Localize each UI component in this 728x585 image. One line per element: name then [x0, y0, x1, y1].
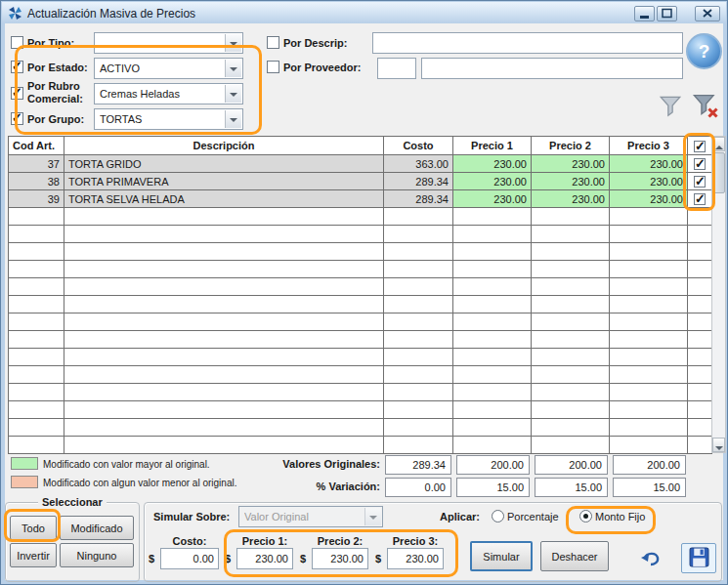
column-header[interactable]: Precio 3 [610, 137, 688, 155]
costo-field-label: Costo: [160, 535, 219, 547]
modificado-button[interactable]: Modificado [60, 516, 134, 540]
scroll-up-icon[interactable] [712, 137, 725, 151]
porcentaje-radio-label[interactable]: Porcentaje [507, 511, 559, 522]
cell[interactable]: 230.00 [453, 155, 532, 173]
cell [688, 296, 712, 313]
deshacer-button[interactable]: Deshacer [540, 541, 609, 571]
column-header[interactable]: Precio 1 [453, 137, 532, 155]
cell [453, 278, 532, 296]
clear-filter-icon[interactable] [691, 91, 720, 122]
valores-originales-label: Valores Originales: [216, 458, 380, 470]
chevron-down-icon[interactable] [225, 34, 241, 52]
cell [610, 384, 688, 401]
cell [688, 155, 712, 173]
monto-fijo-radio-label[interactable]: Monto Fijo [595, 511, 645, 522]
original-precio3-value: 200.00 [613, 455, 686, 475]
tipo-dropdown[interactable] [94, 32, 243, 54]
ninguno-button[interactable]: Ninguno [60, 543, 134, 567]
cell[interactable]: 39 [9, 190, 64, 208]
cell[interactable]: TORTA GRIDO [64, 155, 384, 173]
cell[interactable]: 363.00 [384, 155, 453, 173]
rubro-dropdown-value: Cremas Heladas [100, 88, 224, 100]
table-row[interactable]: 38TORTA PRIMAVERA289.34230.00230.00230.0… [9, 173, 712, 190]
minimize-button[interactable] [634, 6, 655, 21]
cell [453, 261, 532, 278]
table-row[interactable]: 39TORTA SELVA HELADA289.34230.00230.0023… [9, 190, 712, 208]
scroll-down-icon[interactable] [712, 438, 725, 452]
cell [453, 401, 532, 419]
precio2-input[interactable] [312, 548, 368, 569]
porcentaje-radio[interactable] [492, 510, 504, 522]
variacion-costo-value: 0.00 [385, 478, 451, 497]
help-button[interactable]: ? [686, 33, 722, 69]
cell[interactable]: 230.00 [532, 190, 610, 208]
row-checkbox[interactable] [694, 158, 706, 170]
cell[interactable]: 230.00 [610, 173, 688, 190]
table-row-empty [9, 261, 712, 278]
costo-input[interactable] [160, 548, 219, 569]
proveedor-code-input[interactable] [377, 58, 416, 79]
por-rubro-checkbox[interactable] [11, 87, 23, 100]
chevron-down-icon[interactable] [225, 110, 241, 128]
cell[interactable]: 289.34 [384, 190, 453, 208]
descrip-input[interactable] [372, 32, 683, 54]
cell[interactable]: 289.34 [384, 173, 453, 190]
estado-dropdown[interactable]: ACTIVO [94, 58, 243, 79]
todo-button[interactable]: Todo [10, 516, 57, 540]
cell[interactable]: TORTA SELVA HELADA [64, 190, 384, 208]
cell[interactable]: 38 [9, 173, 64, 190]
cell [610, 313, 688, 331]
por-grupo-checkbox[interactable] [11, 112, 23, 125]
simular-sobre-dropdown[interactable]: Valor Original [238, 506, 383, 527]
legend-green-swatch [11, 457, 38, 470]
cell[interactable]: TORTA PRIMAVERA [64, 173, 384, 190]
cell [9, 278, 64, 296]
maximize-button[interactable] [657, 6, 677, 21]
invertir-button[interactable]: Invertir [10, 543, 57, 567]
por-tipo-checkbox[interactable] [11, 36, 23, 49]
cell [532, 261, 610, 278]
save-icon[interactable] [681, 543, 716, 573]
cell [64, 313, 384, 331]
column-header[interactable]: Cod Art. [9, 137, 64, 155]
rubro-dropdown[interactable]: Cremas Heladas [94, 83, 243, 104]
cell [453, 384, 532, 401]
cell[interactable]: 230.00 [453, 173, 532, 190]
vertical-scrollbar[interactable] [711, 136, 726, 453]
cell[interactable]: 230.00 [610, 155, 688, 173]
chevron-down-icon[interactable] [225, 85, 241, 103]
row-checkbox[interactable] [694, 176, 706, 188]
variacion-label: % Variación: [216, 481, 380, 492]
cell [453, 226, 532, 243]
cell[interactable]: 230.00 [532, 173, 610, 190]
cell[interactable]: 37 [9, 155, 64, 173]
monto-fijo-radio[interactable] [579, 510, 592, 522]
table-row-empty [9, 313, 712, 331]
undo-icon[interactable] [636, 546, 665, 573]
cell [610, 401, 688, 419]
cell[interactable]: 230.00 [453, 190, 532, 208]
simular-button[interactable]: Simular [470, 541, 533, 571]
column-header[interactable]: Descripción [64, 137, 384, 155]
close-button[interactable] [695, 6, 720, 21]
column-header[interactable]: Costo [384, 137, 453, 155]
por-estado-checkbox[interactable] [11, 61, 23, 73]
cell[interactable]: 230.00 [610, 190, 688, 208]
filter-icon[interactable] [658, 93, 683, 120]
row-checkbox[interactable] [694, 193, 706, 205]
por-proveedor-checkbox[interactable] [267, 61, 279, 73]
titlebar[interactable]: Actualización Masiva de Precios [2, 2, 726, 23]
scrollbar-thumb[interactable] [712, 152, 725, 193]
proveedor-name-input[interactable] [421, 58, 683, 79]
precio3-input[interactable] [387, 548, 444, 569]
table-row[interactable]: 37TORTA GRIDO363.00230.00230.00230.00 [9, 155, 712, 173]
select-all-checkbox[interactable] [694, 141, 706, 152]
grupo-dropdown[interactable]: TORTAS [94, 108, 243, 130]
column-header[interactable]: Precio 2 [532, 137, 610, 155]
chevron-down-icon[interactable] [225, 60, 241, 77]
simular-sobre-value: Valor Original [244, 511, 364, 522]
cell[interactable]: 230.00 [532, 155, 610, 173]
por-descrip-checkbox[interactable] [267, 36, 279, 49]
precio1-input[interactable] [236, 548, 293, 569]
table-row-empty [9, 437, 712, 454]
